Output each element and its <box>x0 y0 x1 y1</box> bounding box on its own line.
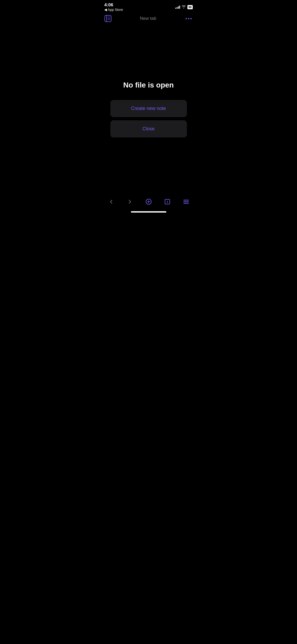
dot-3 <box>190 18 192 19</box>
app-store-label: App Store <box>108 8 123 12</box>
battery-level: 90 <box>188 6 192 9</box>
more-options-button[interactable] <box>183 16 194 21</box>
nav-bar: New tab <box>99 12 198 25</box>
svg-text:1: 1 <box>167 200 168 203</box>
action-buttons-container: Create new note Close <box>110 100 187 137</box>
signal-bar-1 <box>175 8 176 9</box>
no-file-title: No file is open <box>123 81 174 89</box>
forward-button[interactable] <box>123 196 136 208</box>
signal-bar-3 <box>178 6 179 9</box>
dot-1 <box>186 18 187 19</box>
create-new-note-button[interactable]: Create new note <box>110 100 187 117</box>
battery-icon: 90 <box>187 5 193 9</box>
home-indicator <box>131 211 166 213</box>
status-bar: 4:06 ◀ App Store 90 <box>99 0 198 12</box>
back-arrow-icon: ◀ <box>104 8 107 12</box>
signal-bar-2 <box>177 7 177 9</box>
nav-title: New tab <box>140 16 156 21</box>
signal-bar-4 <box>179 6 180 9</box>
add-tab-button[interactable] <box>142 196 155 208</box>
status-right: 90 <box>175 5 193 9</box>
dot-2 <box>188 18 189 19</box>
svg-rect-0 <box>105 15 111 22</box>
back-button[interactable] <box>105 196 118 208</box>
close-button[interactable]: Close <box>110 120 187 137</box>
tabs-count-button[interactable]: 1 <box>161 196 174 208</box>
menu-button[interactable] <box>180 196 193 208</box>
status-time: 4:06 <box>104 3 113 7</box>
status-left: 4:06 ◀ App Store <box>104 3 123 12</box>
signal-bars-icon <box>175 6 180 9</box>
status-back: ◀ App Store <box>104 8 123 12</box>
sidebar-toggle-button[interactable] <box>103 14 113 23</box>
wifi-icon <box>182 5 186 9</box>
main-content: No file is open Create new note Close <box>99 25 198 193</box>
